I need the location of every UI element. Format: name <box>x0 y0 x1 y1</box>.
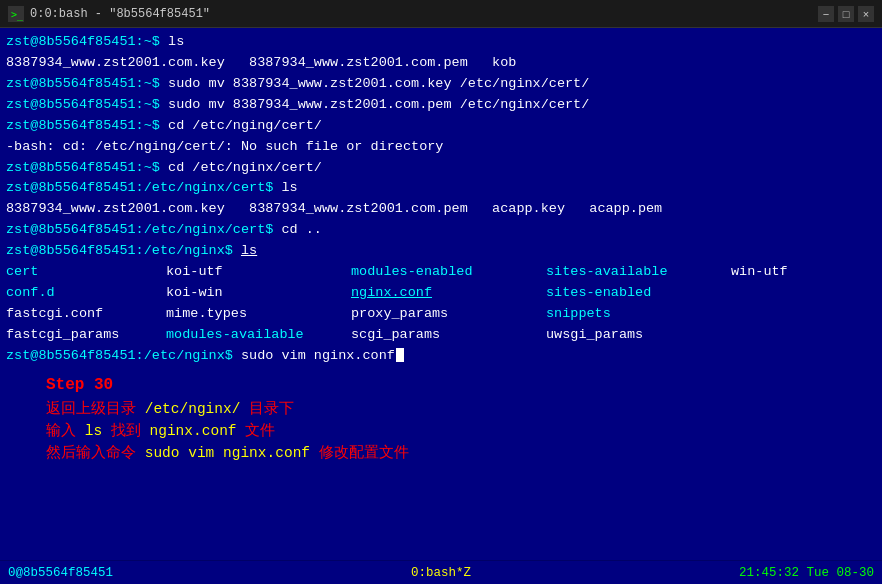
titlebar-title: 0:0:bash - "8b5564f85451" <box>30 7 818 21</box>
terminal-line: 8387934_www.zst2001.com.key 8387934_www.… <box>6 53 876 74</box>
terminal-line: zst@8b5564f85451:/etc/nginx$ sudo vim ng… <box>6 346 876 367</box>
statusbar: 0@8b5564f85451 0:bash*Z 21:45:32 Tue 08-… <box>0 560 882 584</box>
close-button[interactable]: × <box>858 6 874 22</box>
step-line-1: 返回上级目录 /etc/nginx/ 目录下 <box>46 398 836 420</box>
status-left: 0@8b5564f85451 <box>8 566 297 580</box>
terminal-line: zst@8b5564f85451:~$ sudo mv 8387934_www.… <box>6 74 876 95</box>
step-block: Step 30 返回上级目录 /etc/nginx/ 目录下 输入 ls 找到 … <box>6 371 876 467</box>
terminal-line: zst@8b5564f85451:/etc/nginx$ ls <box>6 241 876 262</box>
svg-text:>_: >_ <box>11 9 24 21</box>
terminal-line: zst@8b5564f85451:~$ ls <box>6 32 876 53</box>
step-line-2: 输入 ls 找到 nginx.conf 文件 <box>46 420 836 442</box>
terminal-line: zst@8b5564f85451:~$ sudo mv 8387934_www.… <box>6 95 876 116</box>
step-line-3: 然后输入命令 sudo vim nginx.conf 修改配置文件 <box>46 442 836 464</box>
terminal-line: zst@8b5564f85451:~$ cd /etc/nginx/cert/ <box>6 158 876 179</box>
terminal-line: zst@8b5564f85451:/etc/nginx/cert$ ls <box>6 178 876 199</box>
terminal-line: zst@8b5564f85451:/etc/nginx/cert$ cd .. <box>6 220 876 241</box>
minimize-button[interactable]: − <box>818 6 834 22</box>
titlebar-controls: − □ × <box>818 6 874 22</box>
prompt: zst@8b5564f85451:~$ <box>6 32 168 53</box>
step-title: Step 30 <box>46 373 836 398</box>
titlebar: >_ 0:0:bash - "8b5564f85451" − □ × <box>0 0 882 28</box>
titlebar-icon: >_ <box>8 6 24 22</box>
status-right: 21:45:32 Tue 08-30 <box>585 566 874 580</box>
terminal-line: 8387934_www.zst2001.com.key 8387934_www.… <box>6 199 876 220</box>
file-listing: cert conf.d fastcgi.conf fastcgi_params … <box>6 262 876 346</box>
terminal-line: -bash: cd: /etc/nging/cert/: No such fil… <box>6 137 876 158</box>
status-center: 0:bash*Z <box>297 566 586 580</box>
maximize-button[interactable]: □ <box>838 6 854 22</box>
terminal: zst@8b5564f85451:~$ ls 8387934_www.zst20… <box>0 28 882 560</box>
terminal-line: zst@8b5564f85451:~$ cd /etc/nging/cert/ <box>6 116 876 137</box>
